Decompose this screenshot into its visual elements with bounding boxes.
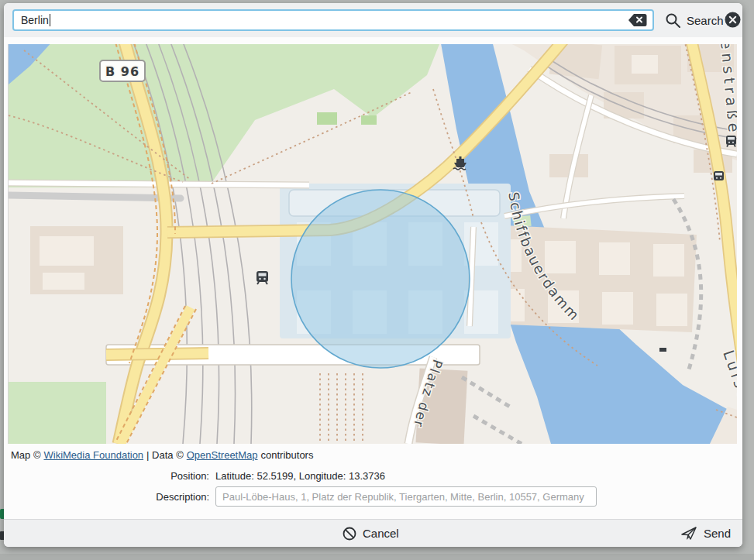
send-button-label: Send	[704, 527, 731, 540]
map-view[interactable]: B 96 Schiffbauerdamm Luisenstraße Luisen…	[8, 44, 737, 444]
window-background-strip	[0, 554, 754, 560]
paper-plane-icon	[680, 526, 697, 541]
tram-stop-icon	[714, 171, 724, 180]
position-value: Latitude: 52.5199, Longitude: 13.3736	[215, 470, 385, 482]
send-button[interactable]: Send	[680, 520, 731, 547]
attribution-middle: | Data ©	[146, 449, 184, 461]
cancel-button[interactable]: Cancel	[343, 520, 399, 547]
wikimedia-foundation-link[interactable]: WikiMedia Foundation	[43, 449, 143, 461]
cancel-button-label: Cancel	[363, 527, 399, 540]
search-button-label: Search	[687, 14, 724, 27]
dialog-footer: Cancel Send	[4, 519, 742, 547]
attribution-suffix: contributors	[261, 449, 314, 461]
location-accuracy-circle[interactable]	[291, 190, 470, 368]
close-icon[interactable]	[725, 12, 741, 28]
train-station-icon	[256, 271, 268, 284]
position-label: Position:	[4, 470, 209, 482]
text-cursor	[50, 14, 50, 26]
description-label: Description:	[4, 491, 209, 503]
clear-text-icon[interactable]	[628, 13, 648, 27]
search-input[interactable]: Berlin	[12, 9, 654, 31]
road-badge-b96: B 96	[105, 64, 139, 79]
map-attribution: Map © WikiMedia Foundation | Data © Open…	[11, 446, 318, 463]
search-input-value: Berlin	[21, 14, 49, 26]
prohibition-icon	[343, 527, 356, 541]
buildings-west	[30, 226, 123, 294]
description-input[interactable]	[215, 486, 597, 507]
location-picker-dialog: Berlin Search	[4, 3, 742, 547]
magnifier-icon	[665, 12, 681, 29]
attribution-prefix: Map ©	[11, 449, 40, 461]
search-button[interactable]: Search	[665, 9, 724, 32]
openstreetmap-link[interactable]: OpenStreetMap	[187, 449, 258, 461]
search-toolbar: Berlin Search	[4, 3, 742, 37]
map-marker-dot	[659, 348, 666, 352]
